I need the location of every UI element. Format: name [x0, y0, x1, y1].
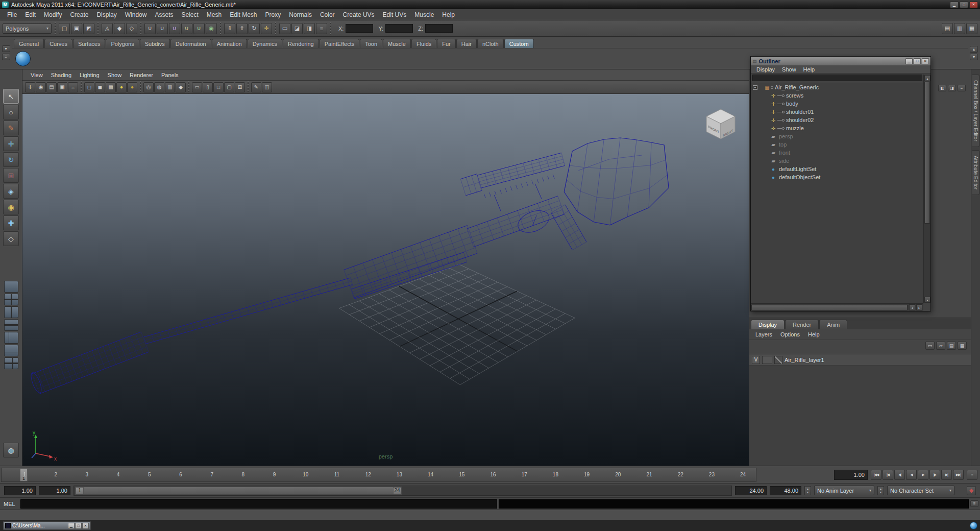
snap-projected-center-icon[interactable]: ∪: [181, 23, 192, 34]
outliner-item-side[interactable]: ▰side: [751, 157, 923, 165]
play-forward-button[interactable]: ▶: [918, 470, 928, 480]
universal-manipulator-icon[interactable]: ◈: [3, 184, 19, 199]
close-button[interactable]: ✕: [969, 2, 978, 8]
grease-pencil-icon[interactable]: ✎: [251, 82, 261, 92]
go-to-end-button[interactable]: ▶▶|: [953, 470, 964, 480]
outliner-item-top[interactable]: ▰top: [751, 140, 923, 149]
auto-keyframe-button[interactable]: ◆: [967, 486, 976, 495]
layer-tab-display[interactable]: Display: [751, 320, 785, 329]
script-editor-icon[interactable]: ≡: [970, 500, 978, 507]
channel-box-tab[interactable]: Channel Box / Layer Editor: [972, 75, 979, 147]
shelf-tab-hair[interactable]: Hair: [456, 39, 477, 48]
bookmark-icon[interactable]: ▤: [46, 82, 57, 92]
viewport-menu-show[interactable]: Show: [104, 71, 126, 79]
new-scene-icon[interactable]: ▢: [59, 23, 70, 34]
field-chart-icon[interactable]: ⊞: [235, 82, 245, 92]
snap-point-icon[interactable]: ∪: [169, 23, 180, 34]
menu-color[interactable]: Color: [316, 10, 339, 19]
last-tool-icon[interactable]: ◇: [3, 231, 19, 246]
menu-set-selector[interactable]: Polygons ▾: [3, 23, 52, 34]
channel-box-toggle-icon[interactable]: ▦: [966, 23, 977, 34]
shelf-tab-surfaces[interactable]: Surfaces: [73, 39, 105, 48]
playback-end-field[interactable]: 24.00: [735, 486, 767, 495]
menu-proxy[interactable]: Proxy: [261, 10, 285, 19]
menu-mesh[interactable]: Mesh: [203, 10, 226, 19]
image-plane-icon[interactable]: ▣: [57, 82, 67, 92]
layers-menu-help[interactable]: Help: [804, 331, 824, 338]
select-camera-icon[interactable]: ✛: [25, 82, 35, 92]
paint-selection-tool-icon[interactable]: ✎: [3, 120, 19, 135]
current-time-field[interactable]: 1.00: [834, 470, 868, 480]
select-component-icon[interactable]: ◇: [126, 23, 137, 34]
persp-graph-layout-icon[interactable]: [4, 345, 18, 356]
outliner-close-button[interactable]: ✕: [922, 58, 929, 64]
layer-color-swatch[interactable]: [774, 356, 782, 364]
custom-shelf-item-icon[interactable]: [15, 51, 31, 66]
attribute-editor-tab[interactable]: Attribute Editor: [972, 150, 979, 195]
selection-mask-icon[interactable]: ✛: [261, 23, 272, 34]
new-layer-button[interactable]: ▤: [947, 342, 956, 350]
resolution-gate-icon[interactable]: ▭: [192, 82, 202, 92]
shelf-tab-dynamics[interactable]: Dynamics: [248, 39, 282, 48]
scale-tool-icon[interactable]: ⊞: [3, 168, 19, 183]
viewport-menu-lighting[interactable]: Lighting: [76, 71, 104, 79]
menu-help[interactable]: Help: [438, 10, 459, 19]
four-pane-layout-icon[interactable]: [4, 294, 18, 305]
step-forward-frame-button[interactable]: ▶|: [941, 470, 952, 480]
isolate-select-icon[interactable]: ◎: [143, 82, 154, 92]
command-line-language-toggle[interactable]: MEL: [2, 501, 19, 507]
snapshot-icon[interactable]: ◫: [262, 82, 272, 92]
select-hierarchy-icon[interactable]: ◬: [102, 23, 113, 34]
outliner-item-defaultLightSet[interactable]: ●defaultLightSet: [751, 165, 923, 173]
outliner-item-Air_Rifle_Generic[interactable]: −▦Air_Rifle_Generic: [751, 83, 923, 91]
three-pane-split-layout-icon[interactable]: [4, 332, 18, 344]
expand-collapse-icon[interactable]: −: [753, 85, 757, 90]
outliner-item-screws[interactable]: ✛screws: [751, 91, 923, 100]
maximize-button[interactable]: □: [960, 2, 968, 8]
show-manipulator-icon[interactable]: ✚: [3, 215, 19, 230]
shelf-tab-fur[interactable]: Fur: [437, 39, 456, 48]
minimized-window[interactable]: C:\Users\Ma... ▁□✕: [3, 521, 91, 530]
outliner-menu-help[interactable]: Help: [800, 66, 819, 73]
input-connections-icon[interactable]: ⇩: [224, 23, 235, 34]
menu-edit-uvs[interactable]: Edit UVs: [379, 10, 411, 19]
character-set-spinner[interactable]: ▴ ▾: [877, 486, 884, 495]
menu-modify[interactable]: Modify: [40, 10, 66, 19]
shelf-tab-polygons[interactable]: Polygons: [106, 39, 139, 48]
new-layer-from-selected-button[interactable]: ▦: [958, 342, 967, 350]
viewport-menu-view[interactable]: View: [27, 71, 47, 79]
shelf-tab-painteffects[interactable]: PaintEffects: [320, 39, 360, 48]
scroll-right-icon[interactable]: ▸: [916, 304, 922, 310]
layer-type-box[interactable]: [762, 356, 772, 364]
camera-attributes-icon[interactable]: ◉: [36, 82, 46, 92]
range-end-handle[interactable]: 24: [393, 487, 401, 494]
character-set-dropdown[interactable]: No Character Set ▾: [887, 486, 954, 495]
shelf-tab-animation[interactable]: Animation: [212, 39, 247, 48]
animation-end-field[interactable]: 48.00: [770, 486, 801, 495]
render-view-icon[interactable]: ▭: [279, 23, 290, 34]
y-coordinate-input[interactable]: [385, 24, 413, 33]
outliner-menu-display[interactable]: Display: [753, 66, 778, 73]
range-slider-track[interactable]: 1 24: [74, 486, 732, 496]
x-coordinate-input[interactable]: [346, 24, 373, 33]
layer-tab-anim[interactable]: Anim: [819, 320, 847, 329]
textured-icon[interactable]: ▩: [106, 82, 116, 92]
outliner-item-shoulder02[interactable]: ✛shoulder02: [751, 116, 923, 124]
menu-muscle[interactable]: Muscle: [410, 10, 438, 19]
playback-range-bar[interactable]: 1 24: [75, 487, 402, 495]
menu-normals[interactable]: Normals: [285, 10, 316, 19]
menu-assets[interactable]: Assets: [151, 10, 177, 19]
menu-edit[interactable]: Edit: [21, 10, 40, 19]
snap-grid-icon[interactable]: ∪: [144, 23, 156, 34]
step-back-frame-button[interactable]: |◀: [883, 470, 893, 480]
menu-window[interactable]: Window: [121, 10, 151, 19]
outliner-item-defaultObjectSet[interactable]: ●defaultObjectSet: [751, 173, 923, 181]
shelf-tab-toon[interactable]: Toon: [360, 39, 382, 48]
outliner-filter-input[interactable]: [752, 75, 922, 81]
outliner-item-front[interactable]: ▰front: [751, 149, 923, 157]
go-to-start-button[interactable]: |◀◀: [871, 470, 881, 480]
z-coordinate-input[interactable]: [425, 24, 453, 33]
film-gate-icon[interactable]: ▯: [203, 82, 213, 92]
animation-preferences-button[interactable]: ≡: [967, 470, 977, 480]
anim-layer-spinner[interactable]: ▴ ▾: [804, 486, 811, 495]
